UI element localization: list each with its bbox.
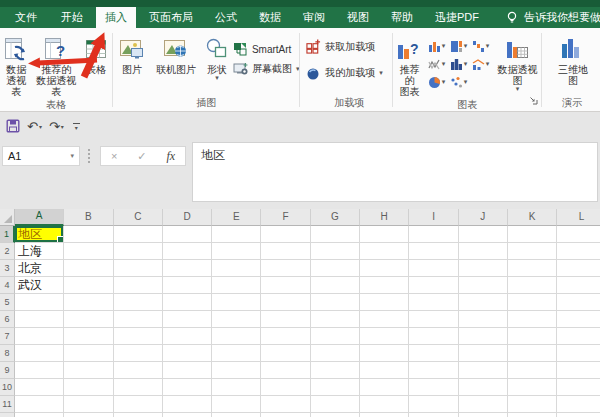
cell-K1[interactable] xyxy=(508,226,557,243)
cell-A9[interactable] xyxy=(15,362,64,379)
cell-B6[interactable] xyxy=(64,311,113,328)
column-header-J[interactable]: J xyxy=(459,209,508,226)
tab-data[interactable]: 数据 xyxy=(250,7,290,28)
screenshot-button[interactable]: 屏幕截图 ▾ xyxy=(233,62,300,76)
cell-B10[interactable] xyxy=(64,379,113,396)
undo-button[interactable]: ↶ ▾ xyxy=(27,120,42,133)
cell-J3[interactable] xyxy=(459,260,508,277)
cell-G6[interactable] xyxy=(311,311,360,328)
insert-combo-chart-button[interactable]: ▾ xyxy=(472,55,494,73)
cell-I1[interactable] xyxy=(409,226,458,243)
column-header-K[interactable]: K xyxy=(508,209,557,226)
cell-L2[interactable] xyxy=(557,243,600,260)
cell-J10[interactable] xyxy=(459,379,508,396)
cell-J2[interactable] xyxy=(459,243,508,260)
cell-E10[interactable] xyxy=(212,379,261,396)
cell-F6[interactable] xyxy=(261,311,310,328)
cell-H8[interactable] xyxy=(360,345,409,362)
cell-G11[interactable] xyxy=(311,396,360,413)
table-button[interactable]: 表格 xyxy=(80,33,112,76)
cell-H2[interactable] xyxy=(360,243,409,260)
cell-L11[interactable] xyxy=(557,396,600,413)
cell-F5[interactable] xyxy=(261,294,310,311)
cell-D10[interactable] xyxy=(163,379,212,396)
row-header-11[interactable]: 11 xyxy=(0,396,15,413)
cell-I10[interactable] xyxy=(409,379,458,396)
cell-I9[interactable] xyxy=(409,362,458,379)
cell-G7[interactable] xyxy=(311,328,360,345)
column-header-F[interactable]: F xyxy=(261,209,310,226)
cell-G2[interactable] xyxy=(311,243,360,260)
cell-A7[interactable] xyxy=(15,328,64,345)
cell-L7[interactable] xyxy=(557,328,600,345)
cell-C1[interactable] xyxy=(114,226,163,243)
cell-A12[interactable] xyxy=(15,413,64,417)
cell-D12[interactable] xyxy=(163,413,212,417)
cell-I7[interactable] xyxy=(409,328,458,345)
cell-E5[interactable] xyxy=(212,294,261,311)
cell-B2[interactable] xyxy=(64,243,113,260)
cell-G9[interactable] xyxy=(311,362,360,379)
smartart-button[interactable]: SmartArt xyxy=(233,42,300,56)
tab-insert[interactable]: 插入 xyxy=(96,7,136,28)
tab-formulas[interactable]: 公式 xyxy=(206,7,246,28)
recommended-charts-button[interactable]: ? 推荐的 图表 xyxy=(393,33,426,98)
insert-pie-chart-button[interactable]: ▾ xyxy=(428,73,450,91)
cell-L9[interactable] xyxy=(557,362,600,379)
cell-D3[interactable] xyxy=(163,260,212,277)
cell-H7[interactable] xyxy=(360,328,409,345)
column-header-I[interactable]: I xyxy=(409,209,458,226)
cell-E9[interactable] xyxy=(212,362,261,379)
cell-E3[interactable] xyxy=(212,260,261,277)
cell-I6[interactable] xyxy=(409,311,458,328)
name-box[interactable]: A1 ▾ xyxy=(2,146,80,166)
cell-K9[interactable] xyxy=(508,362,557,379)
cell-L1[interactable] xyxy=(557,226,600,243)
my-addins-button[interactable]: 我的加载项 ▾ xyxy=(306,66,383,80)
tab-view[interactable]: 视图 xyxy=(338,7,378,28)
cell-B3[interactable] xyxy=(64,260,113,277)
pivottable-button[interactable]: 数据 透视表 xyxy=(0,33,33,98)
row-header-7[interactable]: 7 xyxy=(0,328,15,345)
column-header-D[interactable]: D xyxy=(163,209,212,226)
cell-F3[interactable] xyxy=(261,260,310,277)
cell-D4[interactable] xyxy=(163,277,212,294)
tab-pdf-addin[interactable]: 迅捷PDF xyxy=(426,7,488,28)
tell-me-box[interactable]: 告诉我你想要做什么 xyxy=(506,7,600,28)
row-header-2[interactable]: 2 xyxy=(0,243,15,260)
insert-column-chart-button[interactable]: ▾ xyxy=(428,37,450,55)
cell-E1[interactable] xyxy=(212,226,261,243)
cell-L10[interactable] xyxy=(557,379,600,396)
formula-bar-input[interactable]: 地区 xyxy=(192,142,598,202)
cell-D9[interactable] xyxy=(163,362,212,379)
cell-G10[interactable] xyxy=(311,379,360,396)
cell-H5[interactable] xyxy=(360,294,409,311)
cell-B1[interactable] xyxy=(64,226,113,243)
pivotchart-button[interactable]: 数据透视图 ▾ xyxy=(494,33,541,93)
cell-J11[interactable] xyxy=(459,396,508,413)
cell-K4[interactable] xyxy=(508,277,557,294)
cell-B9[interactable] xyxy=(64,362,113,379)
cell-I8[interactable] xyxy=(409,345,458,362)
cell-H3[interactable] xyxy=(360,260,409,277)
tab-review[interactable]: 审阅 xyxy=(294,7,334,28)
cell-F11[interactable] xyxy=(261,396,310,413)
cell-E4[interactable] xyxy=(212,277,261,294)
online-pictures-button[interactable]: 联机图片 xyxy=(151,33,201,76)
cell-G1[interactable] xyxy=(311,226,360,243)
cell-I12[interactable] xyxy=(409,413,458,417)
cell-E11[interactable] xyxy=(212,396,261,413)
cell-A4[interactable]: 武汉 xyxy=(15,277,64,294)
pictures-button[interactable]: 图片 xyxy=(113,33,151,76)
cell-H6[interactable] xyxy=(360,311,409,328)
insert-statistic-chart-button[interactable]: ▾ xyxy=(450,55,472,73)
cell-L3[interactable] xyxy=(557,260,600,277)
undo-dropdown-arrow[interactable]: ▾ xyxy=(39,123,42,130)
cell-C7[interactable] xyxy=(114,328,163,345)
cell-K6[interactable] xyxy=(508,311,557,328)
cell-I5[interactable] xyxy=(409,294,458,311)
cell-G3[interactable] xyxy=(311,260,360,277)
enter-button[interactable]: ✓ xyxy=(137,150,146,163)
cell-B7[interactable] xyxy=(64,328,113,345)
column-header-A[interactable]: A xyxy=(15,209,64,226)
